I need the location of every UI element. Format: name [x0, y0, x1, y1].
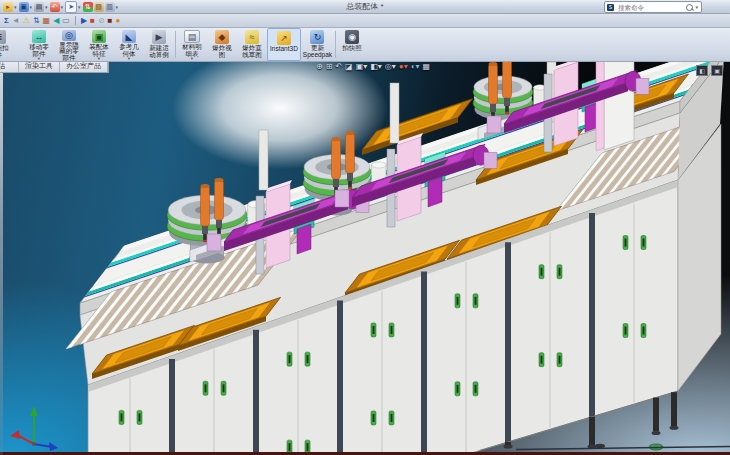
view-settings-icon[interactable]: ▦ — [423, 62, 431, 72]
measure-icon[interactable]: ⇅ — [33, 16, 40, 26]
chevron-down-icon: ▾ — [98, 57, 100, 61]
button-label: 拍快照 — [342, 45, 362, 52]
explode-line-sketch-icon: ≈ — [245, 30, 259, 44]
search-icon[interactable] — [686, 4, 693, 11]
print-icon[interactable]: ▤ — [34, 2, 44, 12]
move-component-icon: ↔ — [32, 30, 46, 43]
appearance-icon[interactable]: ■ — [90, 16, 95, 26]
performance-icon[interactable]: ▭ — [62, 16, 70, 26]
tab-label: 渲染工具 — [25, 62, 53, 69]
button-label: 动算例 — [149, 52, 169, 59]
update-speedpak-icon: ↻ — [310, 30, 324, 44]
bill-of-materials-button[interactable]: ▤ 材料明 细表 ▾ — [177, 28, 207, 61]
chevron-down-icon[interactable]: ▾ — [14, 4, 17, 10]
exploded-view-icon: ◆ — [215, 30, 229, 44]
disable-icon[interactable]: ⊘ — [98, 16, 105, 26]
solidworks-logo-icon: S — [607, 4, 614, 11]
warning-icon[interactable]: ⚠ — [23, 16, 30, 26]
material-icon[interactable]: ■ — [108, 16, 113, 26]
new-motion-study-icon: ▶ — [152, 30, 166, 44]
section-properties-icon[interactable]: ▦ — [43, 16, 51, 26]
tab-label: 办公室产品 — [66, 62, 101, 69]
open-icon[interactable]: ▸ — [3, 2, 13, 12]
chevron-down-icon[interactable]: ▾ — [78, 4, 81, 10]
solidworks-window: ▸▾ ▣▾ ▤▾ ↶▾ ➤▾ ⇅ ▧ ▥▾ 总装配体 * S ▾ Σ ◄ ⚠ ⇅… — [0, 0, 730, 455]
chevron-down-icon[interactable]: ▾ — [61, 4, 64, 10]
ribbon-separator — [175, 31, 176, 58]
instant3d-button[interactable]: ↗ Instant3D — [267, 28, 301, 61]
button-label: 线草图 — [242, 52, 262, 59]
undo-icon[interactable]: ↶ — [50, 2, 60, 12]
command-manager: ≣ 智能扣 件 ▾ ↔ 移动零 部件 ▾ ◎ 显示隐 藏的零 部件 ▣ 装配体 … — [0, 28, 730, 62]
chevron-down-icon[interactable]: ▾ — [30, 4, 33, 10]
chevron-down-icon: ▾ — [191, 57, 193, 61]
viewport-pane-buttons: ◧ ▣ — [696, 65, 723, 76]
search-input[interactable] — [616, 3, 684, 12]
button-label: 件 — [0, 52, 2, 59]
take-snapshot-icon: ◉ — [345, 30, 359, 44]
button-label: 部件 — [63, 55, 76, 62]
button-label: Instant3D — [270, 46, 298, 53]
pane-split-button[interactable]: ◧ — [696, 65, 708, 76]
chevron-down-icon: ▾ — [128, 57, 130, 61]
equations-icon[interactable]: Σ — [4, 16, 9, 26]
file-properties-icon[interactable]: ▧ — [94, 2, 104, 12]
motion-icon[interactable]: ▶ — [81, 16, 87, 26]
panel-edge[interactable] — [0, 60, 3, 455]
button-label: 图 — [219, 52, 226, 59]
display-style-icon[interactable]: ◧▾ — [370, 62, 382, 72]
smart-fasteners-icon: ≣ — [0, 30, 6, 44]
scene-icon[interactable]: ● — [115, 16, 120, 26]
show-hidden-components-button[interactable]: ◎ 显示隐 藏的零 部件 — [54, 28, 84, 61]
edit-appearance-icon[interactable]: ●▾ — [399, 62, 408, 72]
quick-access-toolbar: ▸▾ ▣▾ ▤▾ ↶▾ ➤▾ ⇅ ▧ ▥▾ — [0, 1, 119, 13]
zoom-area-icon[interactable]: ⊞ — [326, 62, 333, 72]
chevron-down-icon[interactable]: ▾ — [45, 4, 48, 10]
interference-check-icon[interactable]: ◄ — [12, 16, 20, 26]
view-orientation-icon[interactable]: ▣▾ — [356, 62, 368, 72]
rebuild-icon[interactable]: ⇅ — [83, 2, 93, 12]
toolbar-separator — [75, 16, 76, 25]
apply-scene-icon[interactable]: ◐▾ — [411, 62, 420, 72]
reference-geometry-button[interactable]: ◣ 参考几 何体 ▾ — [114, 28, 144, 61]
command-search[interactable]: S ▾ — [604, 1, 702, 13]
title-bar: ▸▾ ▣▾ ▤▾ ↶▾ ➤▾ ⇅ ▧ ▥▾ 总装配体 * S ▾ — [0, 0, 730, 14]
chevron-down-icon: ▾ — [38, 57, 40, 61]
pane-full-button[interactable]: ▣ — [711, 65, 723, 76]
explode-line-sketch-button[interactable]: ≈ 爆炸直 线草图 — [237, 28, 267, 61]
exploded-view-button[interactable]: ◆ 爆炸视 图 — [207, 28, 237, 61]
bill-of-materials-icon: ▤ — [184, 30, 200, 43]
heads-up-view-toolbar: ⊕ ⊞ ↶ ◪ ▣▾ ◧▾ ◎▾ ●▾ ◐▾ ▦ — [316, 62, 430, 72]
curvature-icon[interactable]: ◀ — [53, 16, 59, 26]
move-component-button[interactable]: ↔ 移动零 部件 ▾ — [24, 28, 54, 61]
new-motion-study-button[interactable]: ▶ 新建运 动算例 — [144, 28, 174, 61]
tab-label: 评估 — [0, 61, 5, 71]
options-icon[interactable]: ▥ — [105, 2, 115, 12]
instant3d-icon: ↗ — [277, 31, 291, 45]
zoom-fit-icon[interactable]: ⊕ — [316, 62, 323, 72]
ribbon-separator — [335, 31, 336, 58]
smart-fasteners-button[interactable]: ≣ 智能扣 件 ▾ — [0, 28, 24, 61]
reference-geometry-icon: ◣ — [122, 30, 136, 43]
take-snapshot-button[interactable]: ◉ 拍快照 — [337, 28, 367, 61]
chevron-down-icon[interactable]: ▾ — [695, 4, 698, 10]
chevron-down-icon[interactable]: ▾ — [116, 4, 119, 10]
section-view-icon[interactable]: ◪ — [345, 62, 353, 72]
hide-show-items-icon[interactable]: ◎▾ — [385, 62, 396, 72]
assembly-features-icon: ▣ — [92, 30, 106, 43]
assembly-features-button[interactable]: ▣ 装配体 特征 ▾ — [84, 28, 114, 61]
select-icon[interactable]: ➤ — [65, 1, 77, 13]
button-label: Speedpak — [303, 52, 332, 59]
graphics-viewport[interactable] — [0, 60, 730, 455]
tools-toolbar: Σ ◄ ⚠ ⇅ ▦ ◀ ▭ ▶ ■ ⊘ ■ ● — [0, 14, 730, 28]
update-speedpak-button[interactable]: ↻ 更新 Speedpak — [301, 28, 334, 61]
previous-view-icon[interactable]: ↶ — [335, 62, 342, 72]
show-hidden-components-icon: ◎ — [62, 30, 76, 41]
save-icon[interactable]: ▣ — [19, 2, 29, 12]
